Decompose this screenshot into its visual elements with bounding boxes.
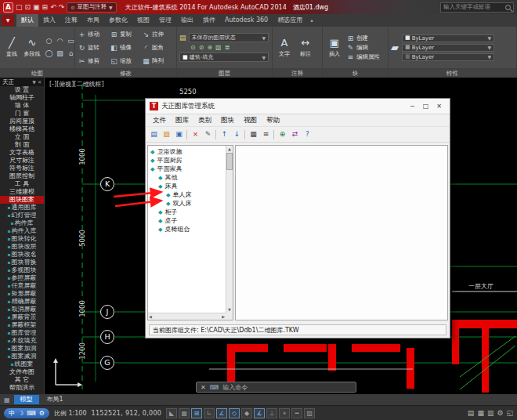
sidebar-item[interactable]: 楼梯其他 <box>0 125 44 133</box>
tree-item[interactable]: ◆ 桌椅组合 <box>148 225 226 234</box>
snap-icon[interactable]: ▦ <box>179 408 190 418</box>
create-block-button[interactable]: ⊞ 创建 <box>346 34 380 42</box>
dialog-menu-item[interactable]: 类别 <box>193 116 216 125</box>
minimize-button[interactable]: ─ <box>406 101 419 112</box>
grid-icon[interactable]: ⊞ <box>191 408 202 418</box>
scroll-up-icon[interactable]: ▲ <box>226 146 233 152</box>
circle-icon[interactable]: ○ <box>44 35 54 47</box>
sidebar-item[interactable]: 三维建模 <box>0 188 44 196</box>
text-button[interactable]: A 文字 <box>275 37 294 58</box>
dialog-menu-item[interactable]: 帮助 <box>262 116 284 125</box>
line-button[interactable]: ╱ 直线 <box>2 37 21 58</box>
tree-item[interactable]: ◆ 床具 <box>148 182 226 190</box>
command-close-icon[interactable]: ✕ <box>201 384 206 391</box>
move-up-icon[interactable]: ↑ <box>219 129 230 140</box>
delete-icon[interactable]: × <box>190 129 201 140</box>
maximize-button[interactable]: □ <box>419 101 432 112</box>
sidebar-item[interactable]: 精确屏蔽 <box>0 298 44 306</box>
clean-screen-icon[interactable]: ◱ <box>506 409 513 417</box>
workspace-dropdown[interactable]: ⚙ 草图与注释 ▼ <box>67 2 117 13</box>
infer-constraints-icon[interactable]: ◣ <box>166 408 177 418</box>
edit-block-button[interactable]: ✎ 编辑 <box>346 44 380 52</box>
toolbar-icon[interactable] <box>273 130 276 139</box>
horizontal-scrollbar[interactable]: ◀ ▶ <box>148 313 226 320</box>
open-library-icon[interactable]: ▧ <box>161 129 172 140</box>
ribbon-tab[interactable]: 输出 <box>176 14 198 27</box>
sidebar-item[interactable]: 图案减洞 <box>0 353 44 360</box>
layer-match-icon[interactable]: ≣ <box>225 44 230 51</box>
sidebar-item[interactable]: 通用图库 <box>0 204 44 212</box>
viewport-controls[interactable]: [-][俯视][二维线框] <box>49 80 104 89</box>
object-color-control[interactable]: ■ ByLayer ▼ <box>402 34 494 42</box>
polyline-button[interactable]: ∿ 多段线 <box>23 37 42 58</box>
edit-attribute-button[interactable]: ≡ 编辑属性 <box>346 53 380 61</box>
scale-button[interactable]: ◱ 缩放 <box>110 54 142 67</box>
tree-item[interactable]: ◆ 桌子 <box>148 216 226 225</box>
sidebar-item[interactable]: 构件入库 <box>0 227 44 235</box>
dialog-menu-item[interactable]: 图块 <box>216 116 239 125</box>
workspace-switch-icon[interactable]: ⚙ <box>497 409 503 417</box>
osnap-3d-icon[interactable]: ◆ <box>241 408 252 418</box>
transparency-icon[interactable]: ▨ <box>304 408 315 418</box>
panel-label-layer[interactable]: 图层 <box>177 68 272 78</box>
sidebar-item[interactable]: 屏蔽背景 <box>0 313 44 321</box>
tree-item[interactable]: ◆ 单人床 <box>148 190 226 199</box>
ime-settings-icon[interactable]: ⚙ <box>39 408 45 418</box>
block-preview-pane[interactable] <box>235 145 448 320</box>
sidebar-item[interactable]: 参照屏蔽 <box>0 274 44 282</box>
sidebar-item[interactable]: 墙 体 <box>0 102 44 110</box>
ellipse-icon[interactable]: ◯ <box>44 48 54 60</box>
layer-state-dropdown[interactable]: 未保存的图层状态 ▼ <box>189 33 269 42</box>
sidebar-item[interactable]: 立 面 <box>0 133 44 141</box>
sidebar-item[interactable]: 图块改层 <box>0 243 44 251</box>
scroll-left-icon[interactable]: ◀ <box>149 314 152 319</box>
ribbon-tab[interactable]: 布局 <box>82 14 104 27</box>
toolbar-icon[interactable] <box>186 130 189 139</box>
sidebar-item[interactable]: 轴网柱子 <box>0 94 44 102</box>
sidebar-item[interactable]: 尺寸标注 <box>0 157 44 165</box>
sidebar-item[interactable]: 任意屏蔽 <box>0 282 44 290</box>
stretch-button[interactable]: ↘ 拉伸 <box>142 27 174 41</box>
copy-button[interactable]: ⊞ 复制 <box>110 27 142 41</box>
sidebar-item[interactable]: 木纹填充 <box>0 337 44 345</box>
sidebar-item[interactable]: 工 具 <box>0 180 44 188</box>
new-library-icon[interactable]: ▤ <box>148 129 160 140</box>
ribbon-app-menu-icon[interactable]: ▼ <box>2 15 14 26</box>
chevron-down-icon[interactable]: ▼ <box>32 79 36 85</box>
sidebar-item[interactable]: 图案加洞 <box>0 345 44 353</box>
quick-view-layouts-icon[interactable]: ▦ <box>477 409 484 417</box>
layout-tab[interactable]: 模型 <box>14 395 39 404</box>
new-file-icon[interactable]: □ <box>16 2 23 13</box>
toolbar-icon[interactable] <box>215 130 218 139</box>
toolbar-icon[interactable] <box>244 130 247 139</box>
sidebar-item[interactable]: 图块替换 <box>0 259 44 266</box>
ribbon-tab[interactable]: 管理 <box>154 14 176 27</box>
layout-tab[interactable]: 布局1 <box>41 395 70 404</box>
scroll-right-icon[interactable]: ▶ <box>222 314 225 319</box>
layer-properties-icon[interactable]: ▤ <box>179 34 186 42</box>
ribbon-tab[interactable]: 参数化 <box>104 14 132 27</box>
close-button[interactable]: ✕ <box>432 101 446 112</box>
redo-icon[interactable]: ↷ <box>59 2 65 13</box>
sidebar-item[interactable]: 构件库 <box>0 219 44 227</box>
layer-on-icon[interactable]: ⊙ <box>190 44 196 51</box>
sidebar-item[interactable]: 设 置 <box>0 86 44 94</box>
drawing-canvas[interactable]: [-][俯视][二维线框] 5250 1000 5000 1000 1200 K… <box>45 78 517 394</box>
panel-label-modify[interactable]: 修改 <box>75 68 176 78</box>
tree-item[interactable]: ◆ 其他 <box>148 173 226 182</box>
scrollbar-thumb[interactable] <box>226 153 233 170</box>
vertical-scrollbar[interactable]: ▲ ▼ <box>226 146 233 313</box>
app-logo-icon[interactable]: A <box>3 2 13 13</box>
quick-view-drawings-icon[interactable]: ▥ <box>487 409 494 417</box>
open-file-icon[interactable]: ⊡ <box>25 2 31 13</box>
ime-lang-icon[interactable]: 中 <box>9 408 15 418</box>
sidebar-item[interactable]: 线图案 <box>0 360 44 368</box>
command-input-placeholder[interactable]: 输入命令 <box>222 383 248 392</box>
command-line[interactable]: ✕ ⌨ 输入命令 <box>196 382 356 393</box>
ime-keyboard-icon[interactable]: ⌨ <box>27 408 36 418</box>
dialog-menu-item[interactable]: 视图 <box>239 116 262 125</box>
layer-freeze-icon[interactable]: ⊘ <box>199 44 204 51</box>
tree-item[interactable]: ◆ 平面厨房 <box>148 156 226 165</box>
panel-label-block[interactable]: 块 <box>323 68 388 78</box>
scroll-down-icon[interactable]: ▼ <box>226 306 233 313</box>
